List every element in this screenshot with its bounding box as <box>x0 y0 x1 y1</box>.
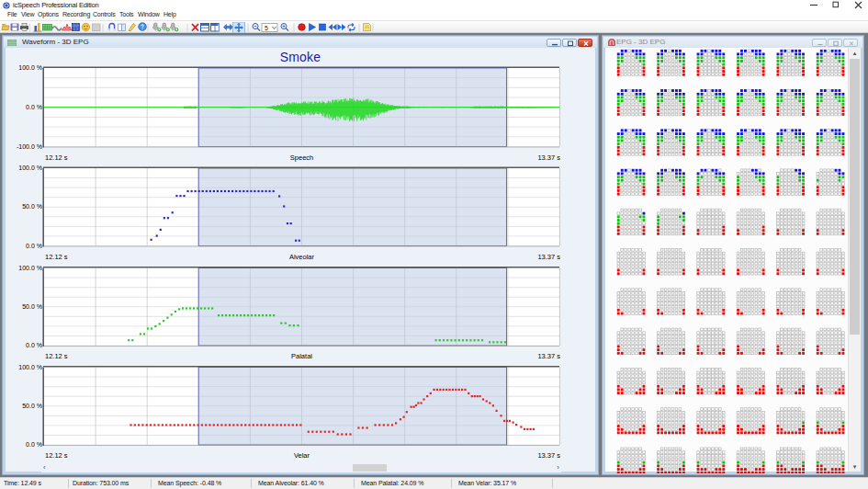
svg-text:5: 5 <box>265 25 268 31</box>
